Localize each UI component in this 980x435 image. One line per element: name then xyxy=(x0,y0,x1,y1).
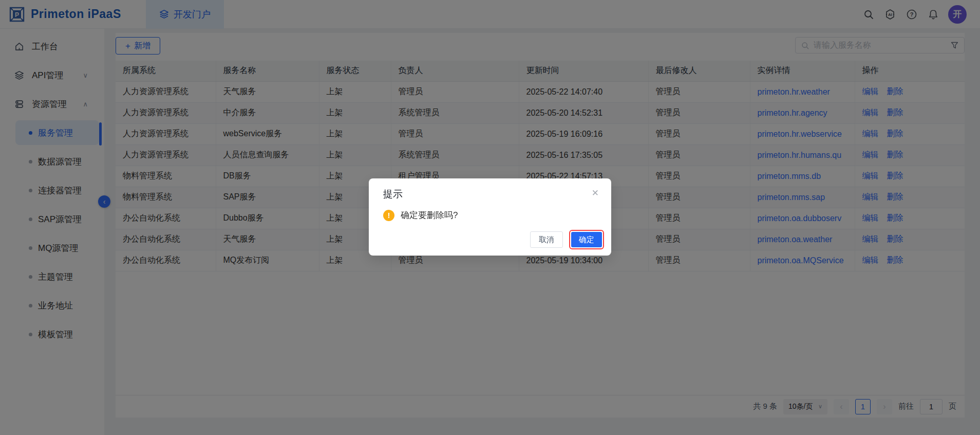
close-icon[interactable]: ✕ xyxy=(590,186,601,201)
warning-icon: ! xyxy=(383,210,394,221)
confirm-focus-ring: 确定 xyxy=(569,230,604,249)
dialog-message: 确定要删除吗? xyxy=(401,209,458,221)
dialog-body: ! 确定要删除吗? xyxy=(383,209,458,221)
confirm-button[interactable]: 确定 xyxy=(571,232,602,247)
cancel-button[interactable]: 取消 xyxy=(530,231,563,248)
dialog-footer: 取消 确定 xyxy=(530,230,604,249)
dialog-title: 提示 xyxy=(383,188,403,201)
confirm-dialog: 提示 ✕ ! 确定要删除吗? 取消 确定 xyxy=(369,178,611,256)
